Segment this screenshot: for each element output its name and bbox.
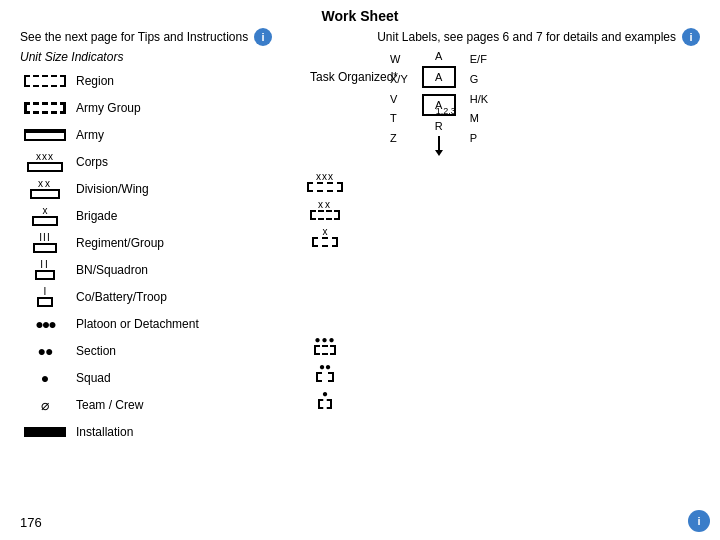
page-title: Work Sheet [0,0,720,24]
symbol-army-group [20,102,70,114]
unit-labels-diagram: W X/Y V T Z A A A 1,2,3 R E/F G H/K M P [390,50,488,156]
label-division: Division/Wing [76,182,149,196]
unit-row-squad: ● Squad [20,367,300,389]
symbol-bn: II [20,260,70,280]
label-regiment: Regiment/Group [76,236,164,250]
symbol-army [20,129,70,141]
label-brigade: Brigade [76,209,117,223]
label-region: Region [76,74,114,88]
to-symbol-corps: xxx [300,172,350,192]
symbol-region [20,75,70,87]
unit-row-army: Army [20,124,300,146]
symbol-squad: ● [20,370,70,386]
symbol-section: ●● [20,343,70,359]
label-col-left: W X/Y V T Z [390,50,408,149]
to-symbol-squad: ● [300,388,350,409]
to-row-division: xx [300,198,500,220]
label-team: Team / Crew [76,398,143,412]
unit-row-section: ●● Section [20,340,300,362]
unit-row-team: ⌀ Team / Crew [20,394,300,416]
unit-row-co: I Co/Battery/Troop [20,286,300,308]
to-row-squad: ● [300,387,500,409]
unit-row-division: xx Division/Wing [20,178,300,200]
info-icon-right[interactable]: i [682,28,700,46]
header-left: See the next page for Tips and Instructi… [20,28,272,46]
label-section: Section [76,344,116,358]
page-number: 176 [20,515,42,530]
main-content: Region Army Group Army xxx Corps [0,70,720,448]
label-co: Co/Battery/Troop [76,290,167,304]
to-row-section: ●● [300,360,500,382]
unit-row-regiment: III Regiment/Group [20,232,300,254]
symbol-brigade: x [20,206,70,226]
to-symbol-section: ●● [300,361,350,382]
arrow-down [435,136,443,156]
unit-row-region: Region [20,70,300,92]
left-column: Region Army Group Army xxx Corps [20,70,300,448]
label-squad: Squad [76,371,111,385]
unit-box-A-sub: A 1,2,3 [422,94,456,116]
info-icon-left[interactable]: i [254,28,272,46]
to-symbol-division: xx [300,199,350,220]
unit-row-army-group: Army Group [20,97,300,119]
label-col-center: A A A 1,2,3 R [422,50,456,156]
unit-size-title: Unit Size Indicators [0,50,720,64]
to-symbol-platoon: ●●● [300,334,350,355]
label-col-right: E/F G H/K M P [470,50,488,149]
symbol-regiment: III [20,233,70,253]
unit-row-corps: xxx Corps [20,151,300,173]
unit-row-brigade: x Brigade [20,205,300,227]
to-row-brigade: x [300,225,500,247]
corner-info-icon[interactable]: i [688,510,710,532]
label-bn: BN/Squadron [76,263,148,277]
label-army: Army [76,128,104,142]
symbol-corps: xxx [20,152,70,172]
symbol-platoon: ●●● [20,316,70,332]
symbol-co: I [20,287,70,307]
symbol-team: ⌀ [20,397,70,413]
label-corps: Corps [76,155,108,169]
label-installation: Installation [76,425,133,439]
unit-row-bn: II BN/Squadron [20,259,300,281]
symbol-division: xx [20,179,70,199]
header-row: See the next page for Tips and Instructi… [0,28,720,46]
label-army-group: Army Group [76,101,141,115]
unit-labels-text: Unit Labels, see pages 6 and 7 for detai… [377,30,676,44]
label-platoon: Platoon or Detachment [76,317,199,331]
header-right: Unit Labels, see pages 6 and 7 for detai… [377,28,700,46]
unit-box-A: A [422,66,456,88]
symbol-installation [20,427,70,437]
to-row-platoon: ●●● [300,333,500,355]
to-symbol-brigade: x [300,226,350,247]
to-row-corps: xxx [300,171,500,193]
unit-row-platoon: ●●● Platoon or Detachment [20,313,300,335]
see-next-text: See the next page for Tips and Instructi… [20,30,248,44]
unit-row-installation: Installation [20,421,300,443]
